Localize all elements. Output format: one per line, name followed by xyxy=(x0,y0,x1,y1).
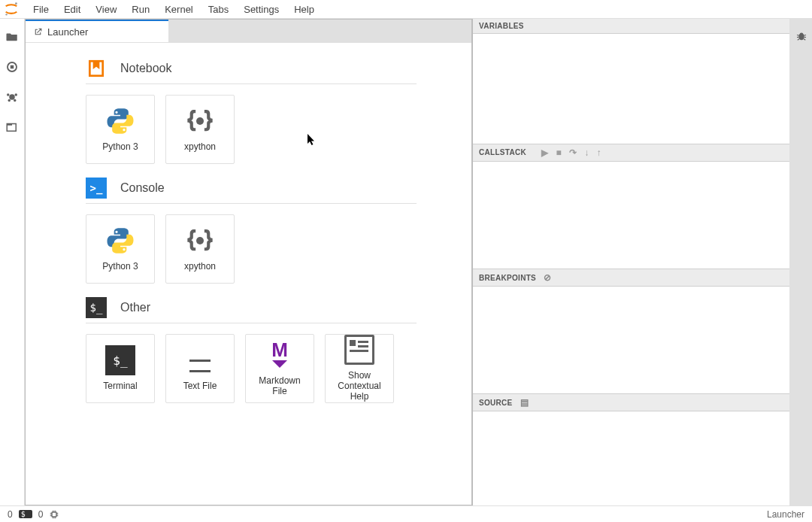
panel-header-callstack[interactable]: CALLSTACK ▶ ■ ↷ ↓ ↑ xyxy=(473,144,789,162)
svg-point-1 xyxy=(5,14,7,15)
status-count-a: 0 xyxy=(8,509,13,520)
launch-icon xyxy=(33,27,43,37)
debugger-sidebar: VARIABLESCALLSTACK ▶ ■ ↷ ↓ ↑ BREAKPOINTS… xyxy=(472,19,789,505)
panel-header-source[interactable]: SOURCE▤ xyxy=(473,393,789,411)
launcher-section-other: $_Other$_TerminalText FileMMarkdown File… xyxy=(86,297,464,403)
menu-file[interactable]: File xyxy=(26,2,56,17)
menu-edit[interactable]: Edit xyxy=(56,2,88,17)
card-label: Python 3 xyxy=(102,142,138,153)
svg-point-8 xyxy=(14,99,16,102)
svg-point-6 xyxy=(15,93,17,96)
menu-run[interactable]: Run xyxy=(124,2,157,17)
breakpoints-toggle-icon[interactable]: ⊘ xyxy=(544,272,551,283)
section-title: Other xyxy=(120,301,150,314)
xpython-icon xyxy=(185,106,215,136)
svg-line-19 xyxy=(797,39,798,41)
other-section-icon: $_ xyxy=(86,297,107,318)
section-title: Console xyxy=(120,181,165,195)
launcher-card-xpython[interactable]: xpython xyxy=(165,95,235,164)
tab-title: Launcher xyxy=(47,26,88,38)
panel-title: BREAKPOINTS xyxy=(479,274,536,282)
panel-body-callstack xyxy=(473,162,789,269)
menubar: FileEditViewRunKernelTabsSettingsHelp xyxy=(0,0,812,19)
panel-body-breakpoints xyxy=(473,287,789,393)
card-label: Text File xyxy=(183,381,217,392)
launcher-card-text-file[interactable]: Text File xyxy=(165,334,235,403)
card-label: xpython xyxy=(184,142,216,153)
svg-line-16 xyxy=(804,35,806,36)
svg-point-4 xyxy=(9,94,15,100)
markdown-icon: M xyxy=(265,340,295,370)
panel-body-source xyxy=(473,411,789,505)
launcher-panel: NotebookPython 3xpython>_ConsolePython 3… xyxy=(26,42,471,505)
menu-tabs[interactable]: Tabs xyxy=(201,2,236,17)
terminal-status-icon[interactable]: $_ xyxy=(19,510,32,518)
card-label: Python 3 xyxy=(102,262,138,272)
panel-title: CALLSTACK xyxy=(479,148,526,156)
textfile-icon xyxy=(185,345,215,375)
panel-title: VARIABLES xyxy=(479,22,524,30)
status-mode: Launcher xyxy=(767,509,804,520)
main-dock: Launcher NotebookPython 3xpython>_Consol… xyxy=(25,19,812,505)
left-sidebar xyxy=(0,19,25,505)
tab-bar: Launcher xyxy=(26,20,471,42)
file-browser-icon[interactable] xyxy=(5,29,20,44)
svg-point-13 xyxy=(196,237,204,244)
panel-title: SOURCE xyxy=(479,399,513,407)
step-out-icon[interactable]: ↑ xyxy=(597,147,601,158)
launcher-card-markdown-file[interactable]: MMarkdown File xyxy=(245,334,314,403)
console-section-icon: >_ xyxy=(86,178,107,199)
svg-rect-3 xyxy=(11,65,14,69)
step-over-icon[interactable]: ↷ xyxy=(569,147,577,158)
right-sidebar xyxy=(789,19,812,505)
menu-settings[interactable]: Settings xyxy=(236,2,286,17)
notebook-section-icon xyxy=(86,58,107,79)
section-title: Notebook xyxy=(120,62,172,75)
open-source-icon[interactable]: ▤ xyxy=(520,397,529,408)
tab-launcher[interactable]: Launcher xyxy=(26,20,168,42)
svg-point-12 xyxy=(196,117,204,125)
python-icon xyxy=(105,226,135,256)
stop-icon[interactable]: ■ xyxy=(556,147,562,158)
tabs-icon[interactable] xyxy=(5,120,20,135)
card-label: Markdown File xyxy=(250,376,309,397)
card-label: Terminal xyxy=(103,381,137,392)
launcher-card-python-3[interactable]: Python 3 xyxy=(86,95,155,164)
menu-kernel[interactable]: Kernel xyxy=(157,2,201,17)
menu-help[interactable]: Help xyxy=(286,2,322,17)
launcher-card-terminal[interactable]: $_Terminal xyxy=(86,334,155,403)
menu-view[interactable]: View xyxy=(88,2,124,17)
card-label: xpython xyxy=(184,262,216,272)
svg-rect-10 xyxy=(7,124,12,126)
status-count-b: 0 xyxy=(38,509,44,520)
svg-point-0 xyxy=(15,2,17,5)
terminal-icon: $_ xyxy=(105,345,135,375)
launcher-card-xpython[interactable]: xpython xyxy=(165,214,235,284)
svg-line-15 xyxy=(797,35,799,36)
svg-point-5 xyxy=(7,93,9,96)
jupyter-logo xyxy=(3,1,20,17)
svg-line-20 xyxy=(804,39,805,41)
card-label: Show Contextual Help xyxy=(330,371,389,402)
launcher-card-python-3[interactable]: Python 3 xyxy=(86,214,155,284)
panel-header-variables[interactable]: VARIABLES xyxy=(473,19,789,34)
xpython-icon xyxy=(185,226,215,256)
launcher-section-console: >_ConsolePython 3xpython xyxy=(86,178,464,284)
svg-point-7 xyxy=(8,99,11,102)
python-icon xyxy=(105,106,135,136)
launcher-section-notebook: NotebookPython 3xpython xyxy=(86,58,464,164)
kernel-status-icon[interactable] xyxy=(49,509,59,520)
panel-body-variables xyxy=(473,34,789,144)
debugger-icon[interactable] xyxy=(795,29,808,45)
help-icon xyxy=(344,335,374,365)
status-bar: 0 $_ 0 Launcher xyxy=(0,505,812,522)
running-icon[interactable] xyxy=(5,59,20,74)
continue-icon[interactable]: ▶ xyxy=(541,147,548,158)
svg-rect-21 xyxy=(53,512,57,517)
panel-header-breakpoints[interactable]: BREAKPOINTS⊘ xyxy=(473,269,789,287)
launcher-card-show-contextual-help[interactable]: Show Contextual Help xyxy=(325,334,394,403)
step-in-icon[interactable]: ↓ xyxy=(584,147,589,158)
commands-icon[interactable] xyxy=(5,90,20,105)
